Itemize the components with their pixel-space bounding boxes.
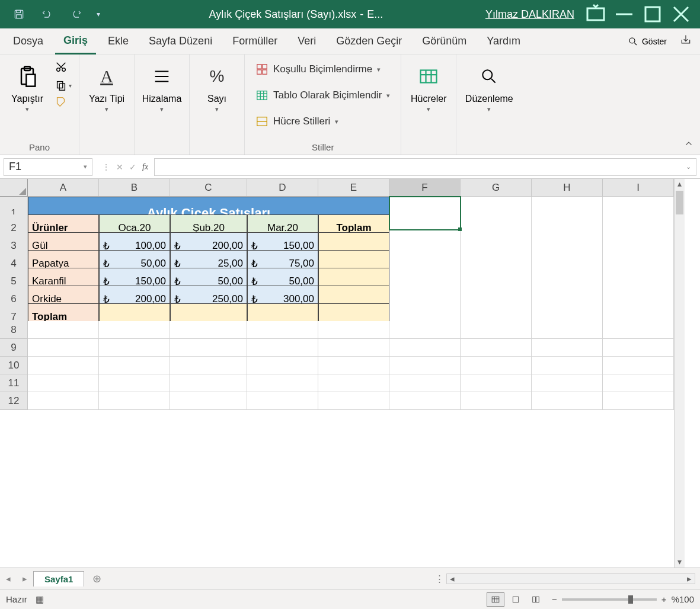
cell[interactable]	[28, 321, 99, 339]
zoom-slider[interactable]	[562, 598, 657, 601]
close-button[interactable]	[667, 2, 695, 26]
sheet-tab[interactable]: Sayfa1	[33, 571, 84, 586]
paste-button[interactable]: Yapıştır ▾	[6, 58, 49, 117]
number-button[interactable]: % Sayı ▾	[196, 58, 238, 117]
cell[interactable]	[99, 357, 170, 374]
cell[interactable]	[99, 374, 170, 392]
formula-input[interactable]: ⌄	[154, 158, 696, 176]
macro-record-icon[interactable]: ▦	[36, 594, 44, 605]
cell[interactable]	[532, 392, 603, 410]
zoom-out-button[interactable]: −	[552, 594, 557, 604]
cell[interactable]	[170, 357, 247, 374]
cell[interactable]	[532, 357, 603, 374]
cell[interactable]	[99, 339, 170, 357]
cell[interactable]	[247, 321, 318, 339]
cell[interactable]	[532, 321, 603, 339]
row-header[interactable]: 10	[0, 357, 28, 374]
vertical-scrollbar[interactable]: ▴▾	[674, 179, 685, 568]
row-header[interactable]: 12	[0, 392, 28, 410]
cell[interactable]	[389, 357, 461, 374]
column-header[interactable]: G	[461, 179, 532, 197]
cell[interactable]	[170, 321, 247, 339]
cell[interactable]	[603, 392, 674, 410]
cell[interactable]	[389, 392, 461, 410]
column-header[interactable]: D	[247, 179, 318, 197]
cell[interactable]	[389, 374, 461, 392]
cut-button[interactable]	[55, 60, 72, 75]
format-as-table-button[interactable]: Tablo Olarak Biçimlendir▾	[252, 86, 394, 104]
sheet-nav-next[interactable]: ▸	[17, 573, 33, 584]
cell[interactable]	[28, 374, 99, 392]
cell[interactable]	[247, 357, 318, 374]
font-button[interactable]: A Yazı Tipi ▾	[85, 58, 128, 117]
cell[interactable]	[318, 321, 389, 339]
cell[interactable]	[170, 392, 247, 410]
cell[interactable]	[28, 392, 99, 410]
qat-more-button[interactable]: ▾	[90, 0, 107, 28]
column-header[interactable]: H	[532, 179, 603, 197]
cell[interactable]	[99, 392, 170, 410]
cell[interactable]	[318, 339, 389, 357]
column-header[interactable]: F	[389, 179, 461, 197]
name-box[interactable]: F1▾	[4, 158, 92, 176]
cell[interactable]	[532, 339, 603, 357]
tab-file[interactable]: Dosya	[5, 29, 52, 53]
cell[interactable]	[389, 321, 461, 339]
tab-review[interactable]: Gözden Geçir	[328, 29, 410, 53]
alignment-button[interactable]: Hizalama ▾	[140, 58, 183, 117]
cell[interactable]	[247, 392, 318, 410]
cell[interactable]	[461, 392, 532, 410]
column-header[interactable]: I	[603, 179, 674, 197]
column-header[interactable]: C	[170, 179, 247, 197]
cell[interactable]	[461, 321, 532, 339]
cell[interactable]	[603, 357, 674, 374]
cell[interactable]	[28, 339, 99, 357]
copy-button[interactable]: ▾	[55, 79, 72, 92]
cell[interactable]	[461, 357, 532, 374]
cell[interactable]	[318, 357, 389, 374]
grid[interactable]: ABCDEFGHI1Aylık Çiçek Satışları2ÜrünlerO…	[0, 179, 674, 568]
cell[interactable]	[247, 374, 318, 392]
cell[interactable]	[247, 339, 318, 357]
fx-icon[interactable]: fx	[142, 162, 148, 172]
tab-formulas[interactable]: Formüller	[224, 29, 286, 53]
accept-formula-button[interactable]: ✓	[129, 162, 136, 172]
undo-button[interactable]	[33, 0, 62, 28]
cell[interactable]	[170, 339, 247, 357]
maximize-button[interactable]	[638, 2, 667, 26]
cell[interactable]	[532, 374, 603, 392]
new-sheet-button[interactable]: ⊕	[84, 572, 110, 585]
zoom-in-button[interactable]: +	[661, 594, 667, 604]
collapse-ribbon-button[interactable]	[683, 139, 694, 151]
ribbon-display-button[interactable]	[581, 2, 610, 26]
tell-me-search[interactable]: Göster	[622, 33, 673, 50]
cell[interactable]	[318, 374, 389, 392]
cell[interactable]	[389, 339, 461, 357]
cell[interactable]	[318, 392, 389, 410]
cell[interactable]	[170, 374, 247, 392]
conditional-formatting-button[interactable]: Koşullu Biçimlendirme▾	[252, 60, 394, 78]
column-header[interactable]: E	[318, 179, 389, 197]
redo-button[interactable]	[62, 0, 90, 28]
cell[interactable]	[28, 357, 99, 374]
view-normal-button[interactable]	[487, 592, 504, 607]
column-header[interactable]: B	[99, 179, 170, 197]
tab-help[interactable]: Yardım	[478, 29, 529, 53]
user-name[interactable]: Yılmaz DALKIRAN	[485, 8, 574, 21]
cell[interactable]	[603, 339, 674, 357]
tab-page-layout[interactable]: Sayfa Düzeni	[140, 29, 220, 53]
cell[interactable]	[461, 339, 532, 357]
tab-data[interactable]: Veri	[289, 29, 324, 53]
cell[interactable]	[99, 321, 170, 339]
minimize-button[interactable]	[610, 2, 638, 26]
cell[interactable]	[603, 321, 674, 339]
tab-home[interactable]: Giriş	[55, 28, 96, 55]
view-page-layout-button[interactable]	[507, 592, 525, 607]
row-header[interactable]: 8	[0, 321, 28, 339]
view-page-break-button[interactable]	[527, 592, 545, 607]
share-button[interactable]	[676, 30, 695, 52]
tab-view[interactable]: Görünüm	[414, 29, 475, 53]
horizontal-scrollbar[interactable]: ◂▸	[446, 573, 695, 584]
sheet-nav-prev[interactable]: ◂	[0, 573, 17, 584]
editing-button[interactable]: Düzenleme ▾	[462, 58, 516, 117]
